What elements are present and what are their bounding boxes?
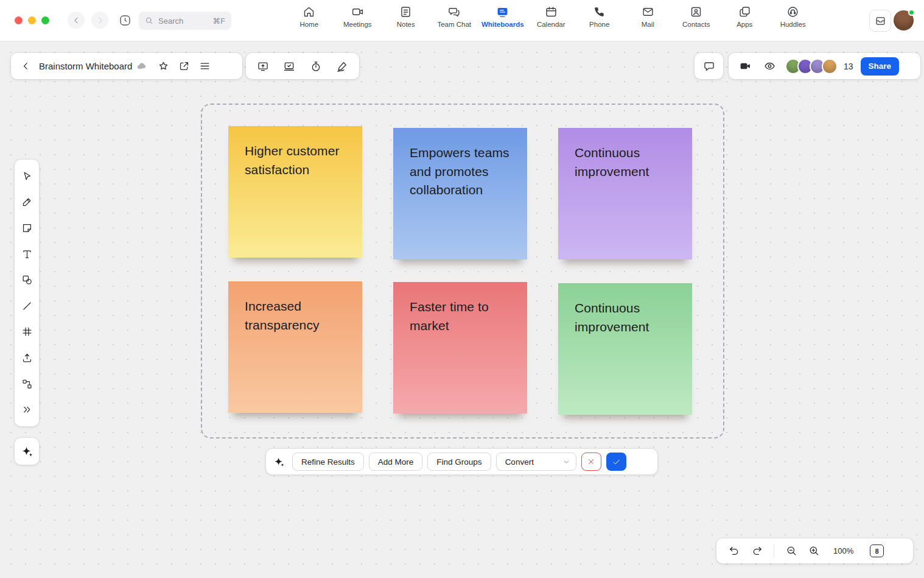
- expand-toolbar-icon[interactable]: [16, 399, 38, 421]
- back-icon[interactable]: [16, 57, 35, 76]
- contacts-icon: [690, 5, 702, 18]
- minimize-window-button[interactable]: [28, 16, 36, 24]
- sticky-note-icon[interactable]: [16, 217, 38, 239]
- close-window-button[interactable]: [15, 16, 23, 24]
- participant-count[interactable]: 13: [844, 62, 853, 71]
- redo-icon[interactable]: [747, 542, 766, 560]
- tab-label: Mail: [642, 21, 654, 28]
- workspace-icon[interactable]: [869, 10, 891, 32]
- tab-home[interactable]: Home: [285, 5, 334, 28]
- convert-dropdown-label: Convert: [505, 457, 534, 467]
- sticky-note-text: Increased transparency: [228, 281, 362, 334]
- search-bar[interactable]: ⌘F: [139, 12, 231, 30]
- collaboration-bar: 13 Share: [729, 53, 920, 79]
- sticky-note[interactable]: Increased transparency: [228, 281, 362, 413]
- text-icon[interactable]: [16, 243, 38, 265]
- whiteboard-app: ⌘F Home Meetings Notes Team Chat Whitebo…: [0, 0, 924, 578]
- tab-phone[interactable]: Phone: [575, 5, 624, 28]
- add-more-button[interactable]: Add More: [369, 453, 423, 471]
- present-icon[interactable]: [253, 57, 273, 76]
- canvas-controls: 100% 8: [716, 538, 913, 563]
- video-icon[interactable]: [735, 57, 755, 76]
- participant-avatar[interactable]: [822, 58, 838, 74]
- apps-icon: [738, 5, 751, 18]
- meetings-icon: [351, 5, 364, 18]
- diagram-icon[interactable]: [16, 373, 38, 395]
- menu-icon[interactable]: [195, 57, 214, 76]
- phone-icon: [593, 5, 606, 18]
- tab-label: Home: [299, 21, 318, 28]
- dismiss-button[interactable]: [581, 453, 601, 471]
- sticky-note-text: Empowers teams and promotes collaboratio…: [393, 128, 527, 200]
- tab-mail[interactable]: Mail: [624, 5, 673, 28]
- comment-icon[interactable]: [699, 57, 719, 76]
- upload-icon[interactable]: [16, 347, 38, 368]
- history-icon[interactable]: [117, 12, 133, 29]
- zoom-out-icon[interactable]: [782, 542, 800, 560]
- refine-results-button[interactable]: Refine Results: [292, 453, 364, 471]
- sticky-note[interactable]: Continuous improvement: [558, 128, 692, 259]
- avatar[interactable]: [894, 10, 914, 30]
- cloud-sync-icon: [136, 60, 147, 72]
- zoom-in-icon[interactable]: [805, 542, 823, 560]
- annotate-icon[interactable]: [332, 57, 352, 76]
- mail-icon: [642, 5, 654, 18]
- back-button[interactable]: [68, 12, 85, 29]
- search-shortcut: ⌘F: [213, 16, 225, 26]
- convert-dropdown[interactable]: Convert: [496, 453, 576, 471]
- main-nav-tabs: Home Meetings Notes Team Chat Whiteboard…: [285, 5, 817, 28]
- tab-team-chat[interactable]: Team Chat: [430, 5, 479, 28]
- participant-avatars: [785, 58, 838, 74]
- star-icon[interactable]: [153, 57, 173, 76]
- page-badge: 8: [875, 548, 879, 555]
- tab-contacts[interactable]: Contacts: [672, 5, 721, 28]
- tab-label: Apps: [737, 21, 752, 28]
- timer-icon[interactable]: [306, 57, 326, 76]
- tab-meetings[interactable]: Meetings: [334, 5, 382, 28]
- forward-button[interactable]: [91, 12, 108, 29]
- frame-icon[interactable]: [16, 321, 38, 343]
- tab-huddles[interactable]: Huddles: [769, 5, 817, 28]
- pages-icon[interactable]: 8: [870, 545, 884, 557]
- sticky-note-text: Continuous improvement: [558, 128, 692, 181]
- presence-indicator: [908, 9, 915, 16]
- tab-label: Team Chat: [437, 21, 471, 28]
- sticky-note[interactable]: Higher customer satisfaction: [228, 126, 362, 258]
- ai-assistant-button[interactable]: [15, 438, 39, 465]
- comments-panel: [695, 53, 723, 79]
- tab-calendar[interactable]: Calendar: [527, 5, 576, 28]
- ai-results-toolbar: Refine Results Add More Find Groups Conv…: [266, 449, 657, 474]
- tab-label: Calendar: [537, 21, 565, 28]
- search-icon: [145, 16, 153, 25]
- whiteboard-canvas[interactable]: Brainstorm Whiteboard: [0, 41, 924, 578]
- undo-icon[interactable]: [725, 542, 743, 560]
- whiteboards-icon: [496, 5, 509, 18]
- pen-icon[interactable]: [16, 191, 38, 213]
- sticky-note[interactable]: Empowers teams and promotes collaboratio…: [393, 128, 527, 259]
- tab-label: Whiteboards: [481, 21, 524, 28]
- fullscreen-window-button[interactable]: [41, 16, 49, 24]
- export-icon[interactable]: [174, 57, 194, 76]
- zoom-level[interactable]: 100%: [833, 546, 853, 555]
- sticky-note[interactable]: Faster time to market: [393, 282, 527, 414]
- shapes-icon[interactable]: [16, 269, 38, 291]
- share-button[interactable]: Share: [861, 57, 900, 76]
- sticky-note-text: Higher customer satisfaction: [228, 126, 362, 179]
- sticky-note[interactable]: Continuous improvement: [558, 283, 692, 415]
- search-input[interactable]: [157, 16, 209, 26]
- nav-buttons: [68, 12, 108, 29]
- tab-notes[interactable]: Notes: [382, 5, 430, 28]
- find-groups-button[interactable]: Find Groups: [427, 453, 491, 471]
- select-icon[interactable]: [16, 165, 38, 187]
- accept-button[interactable]: [606, 453, 626, 471]
- tab-apps[interactable]: Apps: [721, 5, 769, 28]
- board-tools: [246, 53, 359, 79]
- tab-whiteboards[interactable]: Whiteboards: [478, 5, 527, 28]
- tab-label: Meetings: [343, 21, 372, 28]
- line-icon[interactable]: [16, 295, 38, 317]
- follow-icon[interactable]: [760, 57, 779, 76]
- tab-label: Huddles: [780, 21, 806, 28]
- chevron-down-icon: [562, 458, 570, 466]
- titlebar: ⌘F Home Meetings Notes Team Chat Whitebo…: [0, 0, 924, 41]
- screen-check-icon[interactable]: [279, 57, 299, 76]
